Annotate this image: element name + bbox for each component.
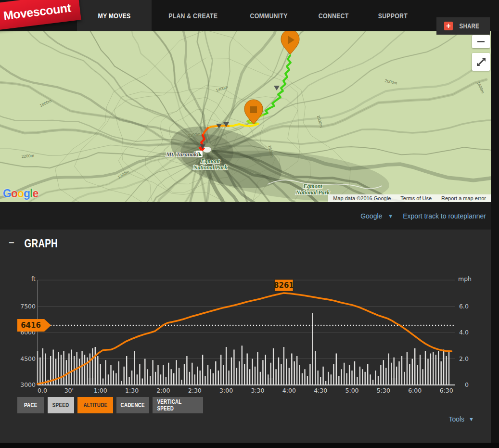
svg-text:National Park: National Park [193,164,227,171]
svg-text:6.0: 6.0 [459,303,469,310]
google-logo-letter: o [17,187,24,200]
svg-text:8261: 8261 [274,281,294,290]
svg-text:4.0: 4.0 [459,329,469,336]
svg-text:mph: mph [458,275,472,282]
button-label: SPEED [52,402,69,409]
svg-text:30': 30' [64,387,74,394]
tools-label: Tools [448,415,464,423]
google-logo-letter: e [32,187,38,200]
svg-text:1:30: 1:30 [125,387,139,394]
map-data-credit: Map data ©2016 Google [333,195,391,201]
collapse-icon[interactable]: − [9,238,14,247]
svg-text:2.0: 2.0 [459,355,469,362]
map-attribution: Map data ©2016 Google Terms of Use Repor… [328,194,491,202]
expand-arrows-icon [476,57,486,67]
speed-series [38,313,449,385]
svg-text:6:30: 6:30 [440,387,453,394]
map-fullscreen-button[interactable] [472,53,490,71]
button-label: PACE [24,402,38,409]
speed-button[interactable]: SPEED [48,397,74,413]
movescount-logo-text: Movescount [2,0,71,23]
svg-text:Mt. Taranaki: Mt. Taranaki [166,151,199,158]
svg-text:0.0: 0.0 [38,387,47,394]
chevron-down-icon: ▼ [469,416,474,422]
route-map[interactable]: 1400m1000m2200m1800m2200m1600m2000m1200m… [0,31,491,202]
right-gutter [491,31,499,443]
movescount-logo[interactable]: Movescount [0,0,81,30]
svg-text:3:00: 3:00 [219,387,233,394]
svg-text:Egmont: Egmont [200,158,220,165]
terms-of-use-link[interactable]: Terms of Use [400,195,432,201]
altitude-button[interactable]: ALTITUDE [77,397,113,413]
svg-text:ft: ft [31,275,36,282]
google-logo-letter: G [3,187,11,200]
graph-panel: − GRAPH ftmph300045006000750002.04.06.00… [0,230,491,443]
nav-label: COMMUNITY [250,12,288,20]
svg-text:3:30: 3:30 [251,387,264,394]
graph-section-header[interactable]: − GRAPH [9,237,61,250]
report-map-error-link[interactable]: Report a map error [441,195,486,201]
svg-text:National Park: National Park [295,189,330,196]
nav-item-my-moves[interactable]: MY MOVES [77,0,152,31]
nav-label: PLAN & CREATE [168,12,218,20]
graph-title: GRAPH [24,237,57,250]
nav-item-community[interactable]: COMMUNITY [234,0,303,31]
plus-icon: + [444,22,453,30]
map-export-bar: Google ▼ Export track to routeplanner [0,202,491,230]
svg-text:Egmont: Egmont [303,183,322,190]
google-logo-letter: g [24,187,30,200]
google-logo-letter: o [11,187,17,200]
svg-text:0: 0 [465,381,469,388]
chart-area[interactable]: ftmph300045006000750002.04.06.00.030'1:0… [0,269,491,396]
page: Movescount MY MOVES PLAN & CREATE COMMUN… [0,0,499,448]
svg-text:4500: 4500 [20,355,36,362]
map-provider-select[interactable]: Google [360,212,382,220]
minus-icon [477,41,485,42]
tools-dropdown[interactable]: Tools ▼ [448,415,474,423]
svg-text:2:00: 2:00 [156,387,170,394]
svg-text:3000: 3000 [20,381,36,388]
bottom-bar [0,443,499,448]
nav-item-connect[interactable]: CONNECT [304,0,363,31]
nav-label: SUPPORT [378,12,408,20]
svg-text:5:00: 5:00 [345,387,358,394]
export-track-link[interactable]: Export track to routeplanner [403,212,486,220]
vertical-speed-button[interactable]: VERTICAL SPEED [153,397,203,413]
top-navbar: Movescount MY MOVES PLAN & CREATE COMMUN… [0,0,499,31]
svg-text:1:00: 1:00 [94,387,107,394]
svg-text:6416: 6416 [21,321,41,330]
nav-item-plan-create[interactable]: PLAN & CREATE [152,0,234,31]
share-button[interactable]: + SHARE [436,17,490,35]
svg-text:4:00: 4:00 [282,387,296,394]
button-label: ALTITUDE [83,402,107,409]
main-nav: MY MOVES PLAN & CREATE COMMUNITY CONNECT… [77,0,422,31]
nav-label: CONNECT [319,12,349,20]
svg-text:6:00: 6:00 [408,387,422,394]
share-label: SHARE [460,22,479,30]
button-label: CADENCE [121,402,145,409]
altitude-speed-chart[interactable]: ftmph300045006000750002.04.06.00.030'1:0… [0,269,491,396]
button-label: VERTICAL SPEED [157,398,198,412]
svg-text:5:30: 5:30 [377,387,390,394]
svg-text:4:30: 4:30 [314,387,327,394]
nav-label: MY MOVES [98,12,130,20]
google-maps-logo[interactable]: Google [3,187,38,200]
chevron-down-icon[interactable]: ▼ [388,213,393,219]
svg-text:7500: 7500 [20,303,36,310]
cadence-button[interactable]: CADENCE [116,397,149,413]
map-zoom-out-button[interactable] [472,35,490,48]
pace-button[interactable]: PACE [17,397,44,413]
svg-text:2:30: 2:30 [188,387,202,394]
nav-item-support[interactable]: SUPPORT [363,0,422,31]
terrain-map-canvas[interactable]: 1400m1000m2200m1800m2200m1600m2000m1200m… [0,31,491,202]
